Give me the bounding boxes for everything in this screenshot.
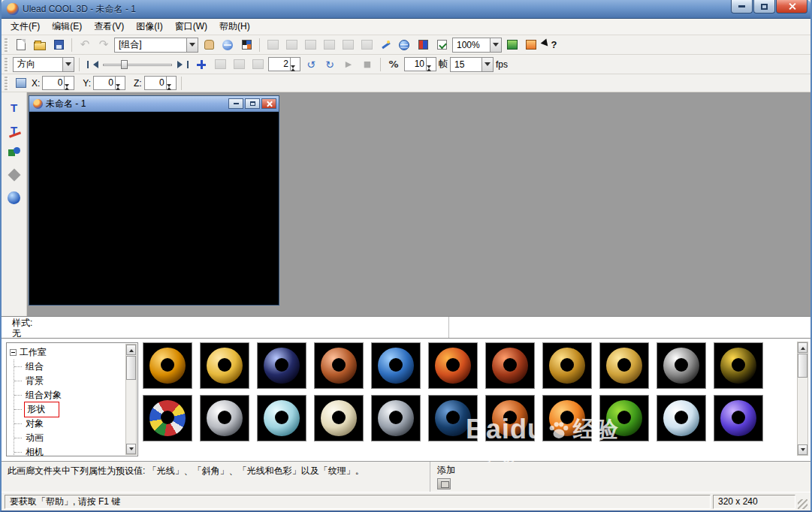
resize-grip[interactable] — [798, 499, 807, 509]
wand-tool-button[interactable] — [377, 38, 394, 53]
anim-tool-button-3[interactable] — [249, 57, 266, 72]
doc-close-button[interactable] — [261, 98, 276, 109]
menu-item[interactable]: 图像(I) — [130, 19, 168, 35]
scroll-up-button[interactable] — [126, 345, 136, 355]
pan-tool-button[interactable] — [201, 38, 217, 53]
rotate-ccw-button[interactable]: ↺ — [303, 57, 319, 72]
scroll-up-button[interactable] — [798, 342, 807, 353]
gallery-item-gold-weave-torus[interactable] — [542, 342, 592, 389]
gallery-item-russet-pattern-torus[interactable] — [485, 342, 535, 389]
scroll-down-button[interactable] — [798, 444, 807, 455]
transform-mode-button[interactable] — [13, 76, 29, 91]
menu-item[interactable]: 查看(V) — [88, 19, 130, 35]
export-button-3[interactable] — [302, 38, 318, 53]
dropdown-button[interactable] — [62, 58, 74, 71]
collapse-icon[interactable] — [10, 349, 17, 356]
easypalette-button[interactable] — [5, 188, 24, 206]
slider-thumb[interactable] — [121, 60, 128, 69]
orbit-tool-button[interactable] — [219, 38, 236, 53]
menu-item[interactable]: 帮助(H) — [213, 19, 256, 35]
scroll-down-button[interactable] — [126, 444, 136, 454]
gallery-item-copper-torus[interactable] — [314, 342, 364, 389]
gallery-item-white-blue-torus[interactable] — [657, 395, 706, 441]
web-button[interactable] — [396, 38, 412, 53]
tree-item[interactable]: 相机 — [14, 445, 136, 456]
first-frame-button[interactable] — [84, 57, 101, 72]
tree-item[interactable]: 对象 — [14, 417, 136, 431]
gallery-item-gold-nugget-torus[interactable] — [599, 342, 649, 389]
menu-item[interactable]: 窗口(W) — [169, 19, 213, 35]
tree-item[interactable]: 动画 — [14, 431, 136, 445]
gallery-item-blue-rough-torus[interactable] — [371, 342, 421, 389]
direction-dropdown[interactable]: 方向 — [13, 57, 74, 72]
gallery-item-orange-glossy-torus[interactable] — [542, 395, 592, 441]
gallery-item-ivory-torus[interactable] — [314, 395, 364, 441]
new-file-button[interactable] — [13, 38, 29, 53]
dropdown-button[interactable] — [186, 38, 198, 52]
x-spinner[interactable]: 0 — [42, 76, 74, 90]
tree-item[interactable]: 背景 — [14, 374, 136, 388]
y-spinner[interactable]: 0 — [93, 76, 125, 90]
timeline-slider[interactable] — [103, 58, 172, 71]
export-button-1[interactable] — [264, 38, 281, 53]
toolbar-grip[interactable] — [5, 38, 8, 52]
toolbar-grip[interactable] — [5, 58, 8, 71]
gallery-scrollbar[interactable] — [797, 342, 808, 456]
dropdown-button[interactable] — [490, 38, 501, 52]
doc-restore-button[interactable] — [245, 98, 260, 109]
gallery-item-stone-patch-torus[interactable] — [657, 342, 706, 389]
scroll-track[interactable] — [126, 355, 136, 444]
export-button-4[interactable] — [321, 38, 337, 53]
rotate-cw-button[interactable]: ↻ — [321, 57, 338, 72]
undo-button[interactable]: ↶ — [77, 38, 93, 53]
gallery-item-gold-torus[interactable] — [200, 342, 249, 389]
camera-export-button[interactable] — [523, 38, 539, 53]
tree-scrollbar[interactable] — [125, 344, 137, 455]
save-button[interactable] — [50, 38, 67, 53]
tree-item[interactable]: 组合 — [14, 360, 136, 374]
insert-text-button[interactable]: T — [5, 98, 24, 116]
dropdown-button[interactable] — [481, 58, 493, 71]
add-to-gallery-button[interactable] — [437, 478, 451, 489]
gallery-item-darkblue-rough-torus[interactable] — [428, 395, 478, 441]
confirm-button[interactable] — [433, 38, 450, 53]
edit-text-button[interactable]: T — [5, 121, 24, 139]
gallery-item-orange-rough-torus[interactable] — [428, 342, 478, 389]
anim-tool-button-2[interactable] — [231, 57, 247, 72]
play-button[interactable]: ▶ — [340, 57, 357, 72]
gallery-item-copper-rough-torus[interactable] — [485, 395, 535, 441]
scroll-thumb[interactable] — [126, 356, 136, 380]
toolbar-grip[interactable] — [5, 77, 8, 90]
export-button-6[interactable] — [358, 38, 375, 53]
effects-button[interactable] — [5, 166, 24, 184]
frame-spinner[interactable]: 10 — [404, 57, 436, 71]
gallery-item-violet-torus[interactable] — [714, 395, 763, 441]
color-mode-button[interactable] — [415, 38, 431, 53]
document-title-bar[interactable]: 未命名 - 1 — [29, 96, 279, 112]
insert-graphics-button[interactable] — [5, 143, 24, 161]
gallery-item-amber-torus[interactable] — [143, 342, 192, 389]
open-file-button[interactable] — [32, 38, 48, 53]
export-button-5[interactable] — [340, 38, 356, 53]
document-window[interactable]: 未命名 - 1 — [29, 95, 279, 306]
menu-item[interactable]: 编辑(E) — [46, 19, 88, 35]
tree-root[interactable]: 工作室 — [10, 345, 136, 360]
tree-item[interactable]: 组合对象 — [14, 388, 136, 402]
scroll-thumb[interactable] — [798, 354, 807, 378]
gallery-item-green-lathe-torus[interactable] — [599, 395, 649, 441]
gallery-item-aqua-glossy-torus[interactable] — [257, 395, 306, 441]
gallery-item-patchwork-torus[interactable] — [143, 395, 192, 441]
export-button-2[interactable] — [283, 38, 300, 53]
gallery-item-chrome-torus[interactable] — [371, 395, 421, 441]
scroll-track[interactable] — [798, 353, 807, 444]
gallery-item-leopard-torus[interactable] — [714, 342, 763, 389]
context-help-button[interactable]: ? — [542, 38, 558, 53]
record-button[interactable] — [504, 38, 521, 53]
object-selector-dropdown[interactable]: [组合] — [114, 38, 198, 53]
last-frame-button[interactable] — [174, 57, 191, 72]
quality-spinner[interactable]: 2 — [268, 57, 300, 71]
tree-item[interactable]: 形状 — [14, 402, 136, 417]
gallery-item-navy-glossy-torus[interactable] — [257, 342, 306, 389]
z-spinner[interactable]: 0 — [144, 76, 177, 90]
zoom-dropdown[interactable]: 100% — [452, 38, 502, 53]
